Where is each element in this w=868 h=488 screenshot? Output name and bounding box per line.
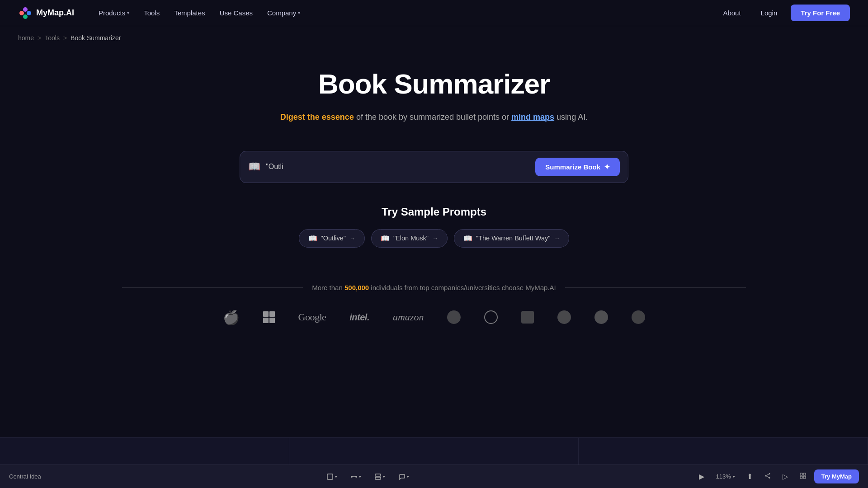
nav-right: About Login Try For Free [717, 5, 850, 21]
intel-logo: intel. [349, 312, 369, 323]
toolbar-play-button[interactable]: ▶ [695, 470, 708, 483]
node-block-1 [0, 438, 289, 465]
svg-rect-8 [375, 477, 381, 479]
nav-login-link[interactable]: Login [755, 5, 784, 20]
nav-try-free-button[interactable]: Try For Free [791, 5, 850, 21]
toolbar-layout-button[interactable]: ▾ [371, 471, 389, 482]
toolbar-frame-button[interactable]: ▾ [323, 471, 341, 482]
toolbar-present-button[interactable]: ▷ [779, 470, 792, 483]
sample-prompts-title: Try Sample Prompts [299, 206, 570, 218]
breadcrumb: home > Tools > Book Summarizer [0, 26, 868, 50]
breadcrumb-current: Book Summarizer [71, 34, 121, 42]
chevron-down-icon: ▾ [298, 10, 300, 15]
svg-line-13 [766, 476, 769, 477]
svg-point-3 [23, 14, 28, 19]
try-mymap-button[interactable]: Try MyMap [814, 469, 859, 483]
logo-circle-2 [484, 310, 498, 324]
svg-point-6 [355, 476, 357, 478]
bottom-toolbar: Central Idea ▾ ▾ ▾ [0, 465, 868, 488]
logo-sq-1 [521, 311, 534, 324]
navbar: MyMap.AI Products ▾ Tools Templates Use … [0, 0, 868, 26]
sample-chip-elon[interactable]: 📖 "Elon Musk" → [371, 229, 448, 248]
svg-rect-17 [803, 476, 806, 479]
svg-point-0 [19, 11, 24, 15]
chip-arrow-icon: → [432, 235, 438, 242]
breadcrumb-sep-1: > [38, 34, 41, 42]
nav-about-link[interactable]: About [717, 5, 747, 20]
node-block-2 [289, 438, 579, 465]
chip-arrow-icon: → [349, 235, 355, 242]
summarize-button[interactable]: Summarize Book ✦ [535, 158, 620, 176]
logo-text: MyMap.AI [36, 8, 74, 18]
svg-rect-15 [803, 473, 806, 475]
nav-item-products[interactable]: Products ▾ [92, 5, 136, 20]
svg-point-5 [351, 476, 353, 478]
subtitle: Digest the essence of the book by summar… [280, 111, 588, 124]
chip-arrow-icon: → [554, 235, 560, 242]
proof-divider-left [122, 287, 303, 288]
breadcrumb-home[interactable]: home [18, 34, 34, 42]
breadcrumb-tools[interactable]: Tools [45, 34, 60, 42]
apple-logo: 🍎 [223, 310, 240, 325]
sample-chips-container: 📖 "Outlive" → 📖 "Elon Musk" → 📖 "The War… [299, 229, 570, 248]
toolbar-upload-button[interactable]: ⬆ [743, 470, 756, 483]
toolbar-share-button[interactable] [761, 470, 774, 483]
logo-link[interactable]: MyMap.AI [18, 6, 74, 20]
subtitle-suffix: using AI. [554, 113, 588, 122]
toolbar-frame-chevron: ▾ [335, 474, 337, 479]
svg-point-10 [765, 475, 766, 476]
toolbar-left: Central Idea [9, 473, 41, 480]
page-title: Book Summarizer [318, 68, 550, 100]
amazon-logo: amazon [393, 311, 424, 323]
svg-line-12 [766, 474, 769, 475]
toolbar-zoom-control[interactable]: 113% ▾ [712, 471, 739, 482]
toolbar-zoom-value: 113% [716, 473, 731, 480]
subtitle-highlight-blue: mind maps [511, 113, 554, 122]
logo-circle-3 [557, 310, 571, 324]
chip-book-icon: 📖 [308, 234, 317, 243]
chip-label-elon: "Elon Musk" [393, 235, 429, 242]
sample-chip-warren[interactable]: 📖 "The Warren Buffett Way" → [454, 229, 569, 248]
social-proof-section: More than 500,000 individuals from top c… [9, 284, 859, 325]
svg-point-1 [23, 7, 28, 12]
main-content: Book Summarizer Digest the essence of th… [0, 50, 868, 352]
search-container: 📖 Summarize Book ✦ [240, 151, 628, 183]
toolbar-comment-button[interactable]: ▾ [395, 471, 413, 482]
nav-links: Products ▾ Tools Templates Use Cases Com… [92, 5, 717, 20]
toolbar-connector-button[interactable]: ▾ [347, 471, 365, 482]
nav-item-tools[interactable]: Tools [137, 5, 166, 20]
nav-item-templates[interactable]: Templates [168, 5, 211, 20]
svg-rect-7 [375, 474, 381, 476]
sample-chip-outlive[interactable]: 📖 "Outlive" → [299, 229, 365, 248]
subtitle-middle: of the book by summarized bullet points … [354, 113, 511, 122]
chip-label-warren: "The Warren Buffett Way" [476, 235, 550, 242]
company-logos-row: 🍎 Google intel. amazon [27, 310, 841, 325]
logo-circle-4 [594, 310, 608, 324]
toolbar-central-idea-label: Central Idea [9, 473, 41, 480]
chip-book-icon: 📖 [381, 234, 390, 243]
toolbar-grid-button[interactable] [796, 470, 810, 483]
logo-circle-5 [632, 310, 645, 324]
google-logo: Google [298, 311, 326, 323]
chevron-down-icon: ▾ [127, 10, 129, 15]
nav-item-company[interactable]: Company ▾ [261, 5, 307, 20]
search-input[interactable] [266, 163, 535, 171]
toolbar-right: ▶ 113% ▾ ⬆ ▷ [695, 469, 859, 483]
svg-rect-4 [327, 474, 333, 479]
proof-text: More than 500,000 individuals from top c… [312, 284, 556, 291]
microsoft-logo [263, 311, 275, 323]
sample-prompts-section: Try Sample Prompts 📖 "Outlive" → 📖 "Elon… [299, 206, 570, 248]
chip-book-icon: 📖 [463, 234, 472, 243]
nav-item-usecases[interactable]: Use Cases [213, 5, 259, 20]
social-proof-line: More than 500,000 individuals from top c… [27, 284, 841, 291]
toolbar-center: ▾ ▾ ▾ ▾ [46, 471, 691, 482]
node-block-3 [579, 438, 868, 465]
logo-circle-1 [447, 310, 461, 324]
breadcrumb-sep-2: > [63, 34, 67, 42]
subtitle-highlight-orange: Digest the essence [280, 113, 354, 122]
book-icon: 📖 [248, 161, 260, 173]
proof-divider-right [565, 287, 746, 288]
page-node-preview [0, 437, 868, 465]
svg-point-2 [27, 11, 31, 15]
chip-label-outlive: "Outlive" [321, 235, 346, 242]
